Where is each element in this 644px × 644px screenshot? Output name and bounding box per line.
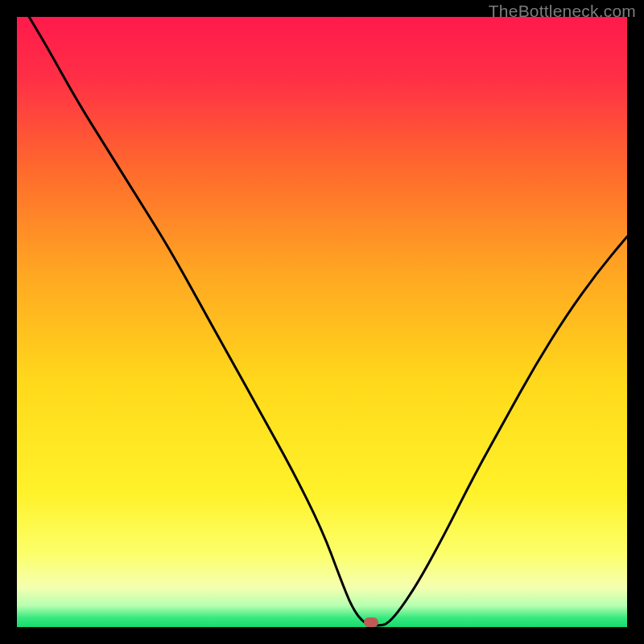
chart-frame: TheBottleneck.com: [0, 0, 644, 644]
plot-area: [17, 17, 627, 627]
optimal-point-marker: [364, 617, 378, 627]
bottleneck-curve: [17, 17, 627, 627]
watermark-text: TheBottleneck.com: [489, 2, 636, 21]
